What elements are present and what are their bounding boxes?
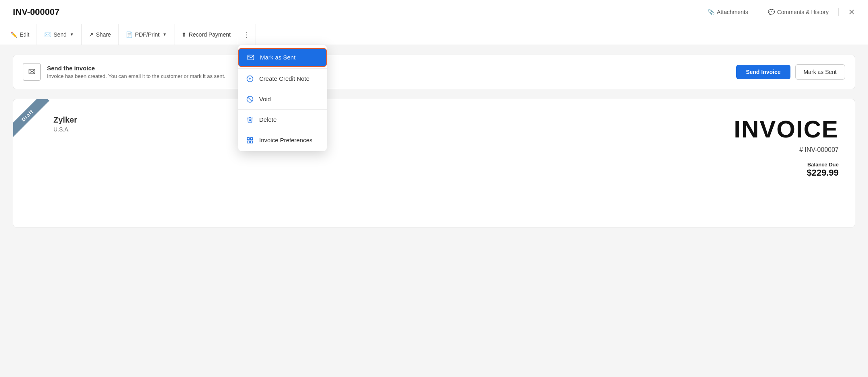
svg-rect-6 xyxy=(250,137,252,139)
alert-description: Invoice has been created. You can email … xyxy=(47,73,225,79)
share-button[interactable]: ↗ Share xyxy=(82,24,119,45)
more-dropdown-menu: Mark as Sent Create Credit Note xyxy=(238,45,327,151)
comment-icon: 💬 xyxy=(768,9,775,15)
delete-icon xyxy=(246,116,254,123)
pdf-caret-icon: ▼ xyxy=(163,32,167,37)
alert-text: Send the invoice Invoice has been create… xyxy=(47,65,225,79)
pencil-icon: ✏️ xyxy=(10,31,17,38)
credit-note-icon xyxy=(246,75,254,82)
toolbar: ✏️ Edit ✉️ Send ▼ ↗ Share 📄 PDF/Print ▼ … xyxy=(0,24,868,45)
invoice-heading: INVOICE xyxy=(734,115,839,143)
send-caret-icon: ▼ xyxy=(70,32,74,37)
header-divider-2 xyxy=(838,8,839,16)
attachments-link[interactable]: 📎 Attachments xyxy=(708,9,748,15)
mark-as-sent-button[interactable]: Mark as Sent xyxy=(795,64,845,80)
paperclip-icon: 📎 xyxy=(708,9,714,15)
pdf-icon: 📄 xyxy=(126,31,133,38)
send-invoice-banner: ✉ Send the invoice Invoice has been crea… xyxy=(13,55,855,89)
create-credit-note-item[interactable]: Create Credit Note xyxy=(238,70,327,87)
alert-title: Send the invoice xyxy=(47,65,225,72)
invoice-preview: Draft Zylker U.S.A. INVOICE # INV-000007… xyxy=(13,99,855,227)
invoice-preferences-label: Invoice Preferences xyxy=(259,137,313,143)
envelope-icon: ✉ xyxy=(23,63,41,81)
alert-actions: Send Invoice Mark as Sent xyxy=(736,64,845,80)
void-item[interactable]: Void xyxy=(238,91,327,108)
dropdown-divider-2 xyxy=(238,89,327,89)
invoice-number: # INV-000007 xyxy=(734,146,839,154)
header-divider xyxy=(758,8,758,16)
svg-line-4 xyxy=(248,97,252,101)
header-actions: 📎 Attachments 💬 Comments & History ✕ xyxy=(708,8,855,16)
send-label: Send xyxy=(53,31,67,38)
mark-as-sent-item[interactable]: Mark as Sent xyxy=(238,48,327,67)
main-content: ✉ Send the invoice Invoice has been crea… xyxy=(0,45,868,237)
invoice-body: Zylker U.S.A. INVOICE # INV-000007 Balan… xyxy=(29,115,839,178)
more-button[interactable]: ⋮ xyxy=(238,24,256,45)
record-payment-button[interactable]: ⬆ Record Payment xyxy=(174,24,238,45)
invoice-preferences-item[interactable]: Invoice Preferences xyxy=(238,132,327,149)
dropdown-divider-4 xyxy=(238,130,327,130)
balance-due-amount: $229.99 xyxy=(734,168,839,178)
share-icon: ↗ xyxy=(89,31,94,38)
create-credit-note-label: Create Credit Note xyxy=(259,75,309,82)
close-button[interactable]: ✕ xyxy=(848,8,855,16)
send-invoice-button[interactable]: Send Invoice xyxy=(736,65,790,79)
dropdown-divider-3 xyxy=(238,109,327,110)
preferences-icon xyxy=(246,137,254,144)
svg-rect-8 xyxy=(247,141,249,143)
alert-left: ✉ Send the invoice Invoice has been crea… xyxy=(23,63,225,81)
dropdown-divider-1 xyxy=(238,68,327,69)
comments-history-label: Comments & History xyxy=(777,9,829,15)
draft-ribbon: Draft xyxy=(13,99,49,137)
payment-icon: ⬆ xyxy=(182,31,186,38)
attachments-label: Attachments xyxy=(717,9,748,15)
page-title: INV-000007 xyxy=(13,7,59,17)
page-header: INV-000007 📎 Attachments 💬 Comments & Hi… xyxy=(0,0,868,24)
send-icon: ✉️ xyxy=(44,31,51,38)
delete-label: Delete xyxy=(259,116,276,123)
delete-item[interactable]: Delete xyxy=(238,111,327,128)
pdfprint-label: PDF/Print xyxy=(135,31,160,38)
edit-button[interactable]: ✏️ Edit xyxy=(3,24,37,45)
void-label: Void xyxy=(259,96,271,102)
invoice-heading-area: INVOICE # INV-000007 Balance Due $229.99 xyxy=(734,115,839,178)
edit-label: Edit xyxy=(20,31,29,38)
pdf-print-button[interactable]: 📄 PDF/Print ▼ xyxy=(119,24,174,45)
void-icon xyxy=(246,96,254,103)
draft-ribbon-container: Draft xyxy=(13,99,61,148)
more-button-container: ⋮ Mark as Sent xyxy=(238,24,256,45)
mark-sent-icon xyxy=(247,54,255,61)
svg-rect-5 xyxy=(247,137,249,139)
comments-history-link[interactable]: 💬 Comments & History xyxy=(768,9,829,15)
balance-due-label: Balance Due xyxy=(734,162,839,168)
svg-rect-7 xyxy=(250,141,252,143)
record-payment-label: Record Payment xyxy=(189,31,231,38)
send-button[interactable]: ✉️ Send ▼ xyxy=(37,24,82,45)
mark-as-sent-label: Mark as Sent xyxy=(260,54,295,61)
share-label: Share xyxy=(96,31,111,38)
